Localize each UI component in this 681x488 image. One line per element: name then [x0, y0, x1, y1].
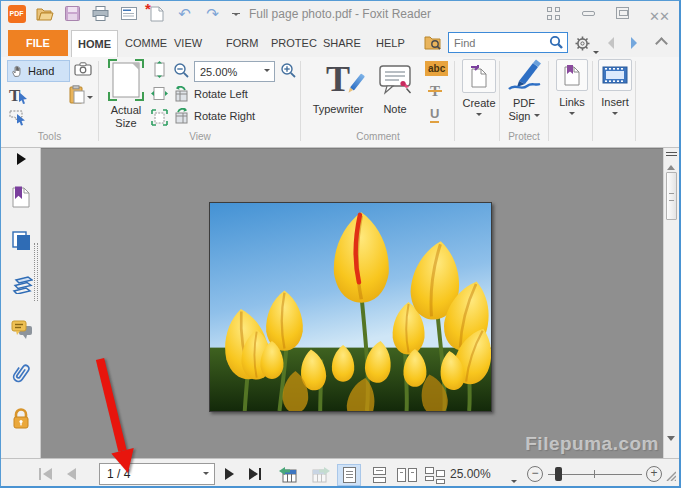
tab-form[interactable]: FORM — [220, 30, 264, 57]
restore-button[interactable] — [615, 7, 631, 20]
collapse-ribbon-icon[interactable] — [655, 37, 668, 50]
split-view-handle[interactable] — [666, 150, 677, 158]
ribbon-home: Hand T Tools Actual S — [1, 57, 679, 148]
minimize-button[interactable] — [581, 7, 597, 20]
rotate-right-button[interactable]: Rotate Right — [173, 108, 255, 124]
last-page-button[interactable] — [259, 468, 261, 480]
pages-panel-icon[interactable] — [11, 231, 31, 251]
last-page-icon[interactable] — [249, 468, 258, 480]
pdf-sign-caret[interactable] — [534, 114, 540, 120]
scroll-up-icon[interactable] — [667, 161, 675, 170]
underline-label: U — [430, 107, 439, 123]
fullscreen-button[interactable] — [547, 7, 563, 20]
statusbar-zoom-caret[interactable] — [511, 472, 517, 488]
scrollbar-thumb[interactable] — [666, 172, 677, 220]
typewriter-button[interactable]: T Typewriter — [306, 59, 370, 115]
titlebar: PDF * ↶ ↷ Full page photo.pdf - Foxit Re… — [1, 1, 679, 28]
close-button[interactable]: ✕✕ — [649, 7, 665, 20]
next-page-icon[interactable] — [225, 468, 234, 480]
insert-button[interactable]: Insert — [595, 59, 635, 120]
first-page-button[interactable] — [39, 468, 41, 480]
fit-width-icon[interactable] — [151, 85, 168, 102]
zoom-out-button[interactable]: − — [527, 466, 543, 482]
create-label: Create — [459, 97, 499, 109]
layers-panel-icon[interactable] — [11, 276, 31, 296]
history-forward-icon[interactable] — [631, 37, 637, 49]
page-box-caret[interactable] — [203, 472, 209, 478]
search-icon[interactable] — [548, 34, 565, 51]
tab-file[interactable]: FILE — [8, 30, 68, 56]
single-page-layout-button[interactable] — [337, 464, 361, 486]
note-icon — [372, 59, 418, 103]
red-annotation-arrow — [86, 351, 148, 477]
create-caret[interactable] — [476, 113, 482, 119]
zoom-in-button[interactable]: + — [646, 466, 662, 482]
protect-group-label: Protect — [500, 131, 548, 142]
rotate-left-label: Rotate Left — [194, 88, 248, 100]
zoom-combo-caret[interactable] — [264, 69, 270, 75]
fit-page-icon[interactable] — [151, 61, 168, 78]
next-view-icon[interactable] — [311, 466, 330, 483]
fit-visible-icon[interactable] — [151, 109, 168, 126]
find-folder-icon[interactable] — [424, 35, 443, 54]
tab-share[interactable]: SHARE — [317, 30, 367, 57]
insert-caret[interactable] — [612, 112, 618, 118]
security-panel-icon[interactable] — [11, 408, 31, 428]
rotate-left-button[interactable]: Rotate Left — [173, 86, 248, 102]
history-back-icon[interactable] — [608, 37, 614, 49]
zoom-slider-thumb[interactable] — [555, 467, 562, 481]
scroll-down-icon[interactable] — [667, 436, 675, 445]
first-page-icon[interactable] — [43, 468, 52, 480]
continuous-facing-layout-button[interactable] — [423, 464, 447, 486]
links-label: Links — [553, 96, 591, 108]
ribbon-tab-row: FILE HOME COMME VIEW FORM PROTEC SHARE H… — [1, 28, 679, 57]
previous-page-icon[interactable] — [67, 468, 76, 480]
zoom-level-value: 25.00% — [195, 66, 260, 78]
links-caret[interactable] — [569, 112, 575, 118]
strikeout-button[interactable]: T — [430, 83, 440, 100]
tab-protect[interactable]: PROTEC — [265, 30, 323, 57]
zoom-slider-track[interactable] — [548, 474, 642, 475]
typewriter-icon: T — [306, 59, 370, 103]
comments-panel-icon[interactable] — [11, 320, 31, 340]
pdf-page[interactable] — [209, 202, 492, 412]
find-input[interactable] — [449, 37, 548, 49]
tab-home[interactable]: HOME — [71, 30, 118, 57]
statusbar-zoom-value: 25.00% — [450, 467, 491, 481]
underline-button[interactable]: U — [430, 107, 439, 123]
snapshot-icon[interactable] — [74, 62, 92, 76]
rotate-right-icon — [173, 108, 190, 124]
bookmarks-panel-icon[interactable] — [11, 186, 31, 206]
actual-size-button[interactable]: Actual Size — [103, 59, 149, 129]
navigation-sidebar — [1, 148, 41, 458]
window-resize-grip[interactable] — [663, 467, 676, 485]
continuous-layout-button[interactable] — [367, 464, 391, 486]
hand-tool-button[interactable]: Hand — [7, 60, 70, 82]
pdf-sign-icon — [501, 57, 547, 97]
tab-view[interactable]: VIEW — [168, 30, 208, 57]
zoom-level-combo[interactable]: 25.00% — [194, 61, 275, 82]
highlight-button[interactable]: abc — [425, 61, 448, 76]
links-button[interactable]: Links — [553, 59, 591, 120]
create-button[interactable]: Create — [459, 59, 499, 121]
attachments-panel-icon[interactable] — [11, 364, 31, 384]
tab-comment[interactable]: COMME — [119, 30, 173, 57]
sidebar-resize-handle[interactable] — [34, 243, 38, 301]
gear-icon[interactable] — [575, 36, 590, 55]
facing-layout-button[interactable] — [395, 464, 419, 486]
zoom-in-icon[interactable] — [280, 62, 297, 79]
foxit-reader-window: PDF * ↶ ↷ Full page photo.pdf - Foxit Re… — [0, 0, 681, 488]
tulip-photo — [210, 203, 491, 411]
pdf-sign-button[interactable]: PDF Sign — [501, 57, 547, 122]
select-text-icon[interactable]: T — [9, 86, 28, 106]
zoom-out-icon[interactable] — [173, 62, 190, 79]
note-button[interactable]: Note — [372, 59, 418, 115]
actual-size-label: Actual Size — [103, 104, 149, 129]
clipboard-icon[interactable] — [69, 85, 93, 104]
previous-view-icon[interactable] — [279, 466, 298, 483]
vertical-scrollbar[interactable] — [663, 148, 679, 458]
expand-panel-icon[interactable] — [17, 153, 37, 173]
clipboard-caret[interactable] — [87, 96, 93, 102]
select-annotation-icon[interactable] — [9, 110, 27, 126]
tab-help[interactable]: HELP — [370, 30, 411, 57]
